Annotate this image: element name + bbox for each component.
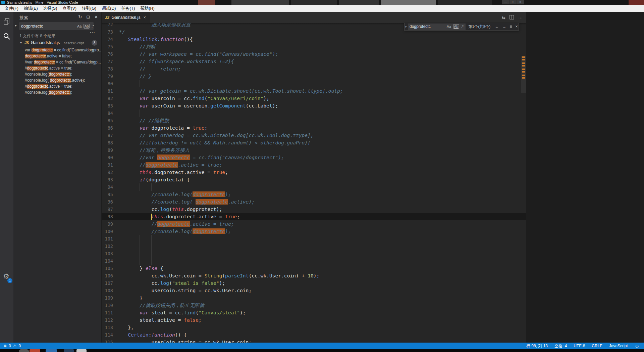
menu-item[interactable]: 编辑(E) xyxy=(21,5,41,12)
collapse-all-icon[interactable]: ⊟ xyxy=(86,14,90,19)
close-button[interactable]: × xyxy=(517,0,524,4)
maximize-button[interactable]: □ xyxy=(509,0,517,4)
find-input[interactable] xyxy=(408,24,447,29)
code-line[interactable]: 92 this.dogprotect.active = true; xyxy=(102,169,526,176)
clear-search-icon[interactable]: ✕ xyxy=(94,14,98,19)
menu-item[interactable]: 任务(T) xyxy=(118,5,138,12)
code-line[interactable]: 94 xyxy=(102,183,526,191)
regex-icon[interactable]: .* xyxy=(92,24,94,28)
refresh-icon[interactable]: ↻ xyxy=(78,14,82,19)
code-line[interactable]: 101 xyxy=(102,235,526,243)
code-line[interactable]: 97 cc.log(this.dogprotect); xyxy=(102,206,526,213)
code-line[interactable]: 114 Certain:function() { xyxy=(102,331,526,339)
code-line[interactable]: 75 //判断 xyxy=(102,43,526,50)
next-match-icon[interactable]: → xyxy=(502,24,506,29)
code-line[interactable]: 81 // var getcoin = cc.wk.Dictable.shove… xyxy=(102,87,526,95)
code-line[interactable]: 89 //写死，待服务器接入 xyxy=(102,146,526,154)
code-line[interactable]: 85 // //随机数 xyxy=(102,117,526,124)
code-line[interactable]: 77 // if(workspace.workstatus !=2){ xyxy=(102,58,526,65)
code-line[interactable]: 96 //console.log( dogprotectc.active); xyxy=(102,198,526,206)
code-line[interactable]: 111 var steal = cc.find("Canvas/steal"); xyxy=(102,309,526,316)
search-result-row[interactable]: dogprotectc.active = false; xyxy=(13,53,101,59)
status-item[interactable]: JavaScript xyxy=(609,344,628,348)
code-line[interactable]: 86 var dogprotecta = true; xyxy=(102,124,526,132)
find-in-selection-icon[interactable]: ≡ xyxy=(509,24,512,29)
split-editor-icon[interactable] xyxy=(509,15,514,20)
code-line[interactable]: 90 //var dogprotectc = cc.find("Canvas/d… xyxy=(102,154,526,161)
warning-icon[interactable]: ⚠ xyxy=(13,344,17,348)
match-case-icon[interactable]: Aa xyxy=(77,24,82,28)
status-item[interactable]: 空格: 4 xyxy=(554,343,567,349)
code-line[interactable]: 103 xyxy=(102,250,526,257)
code-line[interactable]: 79 // } xyxy=(102,73,526,80)
menu-item[interactable]: 查看(V) xyxy=(60,5,79,12)
close-find-icon[interactable]: × xyxy=(515,24,518,29)
tab-close-icon[interactable]: × xyxy=(144,15,146,20)
search-result-row[interactable]: var dogprotectc = cc.find("Canvas/dogpro… xyxy=(13,47,101,53)
status-item[interactable]: UTF-8 xyxy=(574,344,585,348)
more-actions-icon[interactable]: ··· xyxy=(518,15,523,20)
search-result-row[interactable]: //console.log(dogprotectc); xyxy=(13,71,101,77)
code-line[interactable]: 98 this.dogprotect.active = true; xyxy=(102,213,526,220)
code-line[interactable]: 87 // var otherdog = cc.wk.Dictable.dog[… xyxy=(102,132,526,139)
code-line[interactable]: 91 //dogprotectc.active = true; xyxy=(102,161,526,169)
toggle-search-details-icon[interactable]: ··· xyxy=(90,30,95,35)
match-case-icon[interactable]: Aa xyxy=(447,25,451,29)
search-result-row[interactable]: //var dogprotectc = cc.find("Canvas/dogp… xyxy=(13,59,101,65)
code-line[interactable]: 109 } xyxy=(102,294,526,302)
code-line[interactable]: 93 if(dogprotecta) { xyxy=(102,176,526,183)
code-line[interactable]: 106 cc.wk.User.coin = String(parseInt(cc… xyxy=(102,272,526,279)
whole-word-icon[interactable]: Ab xyxy=(84,24,89,29)
code-line[interactable]: 115 userCoin.string = cc.wk.User.coin; xyxy=(102,339,526,343)
search-result-row[interactable]: //console.log( dogprotectc.active); xyxy=(13,77,101,83)
error-icon[interactable]: ⊗ xyxy=(3,344,7,348)
code-line[interactable]: 99 //dogprotectc.active = true; xyxy=(102,220,526,228)
code-line[interactable]: 78 // return; xyxy=(102,65,526,73)
code-line[interactable]: 113 }, xyxy=(102,324,526,331)
menu-item[interactable]: 转到(G) xyxy=(79,5,99,12)
error-count[interactable]: 0 xyxy=(9,344,11,348)
code-line[interactable]: 108 userCoin.string = cc.wk.User.coin; xyxy=(102,287,526,294)
code-line[interactable]: 84 xyxy=(102,109,526,117)
toggle-replace-icon[interactable]: ▸ xyxy=(15,24,17,27)
code-line[interactable]: 104 xyxy=(102,257,526,265)
code-line[interactable]: 74 StealClick:function(){ xyxy=(102,36,526,43)
code-line[interactable]: 105 } else { xyxy=(102,265,526,272)
code-line[interactable]: 95 //console.log(dogprotectc); xyxy=(102,191,526,198)
compare-icon[interactable]: ⇆ xyxy=(502,15,505,20)
search-input[interactable] xyxy=(19,24,77,29)
feedback-smiley-icon[interactable]: ☺ xyxy=(635,343,639,349)
code-editor[interactable]: 72 进入场景偷取设置73 */74 StealClick:function()… xyxy=(102,23,526,343)
search-result-row[interactable]: //dogprotectc.active = true; xyxy=(13,83,101,89)
scrollbar[interactable] xyxy=(521,56,526,93)
code-line[interactable]: 80 xyxy=(102,80,526,87)
search-result-row[interactable]: //dogprotectc.active = true; xyxy=(13,65,101,71)
code-line[interactable]: 112 steal.active = false; xyxy=(102,316,526,324)
menu-item[interactable]: 选择(S) xyxy=(41,5,60,12)
minimize-button[interactable]: — xyxy=(502,0,509,4)
search-icon[interactable] xyxy=(3,32,11,40)
code-line[interactable]: 88 //if(otherdog != null && Math.random(… xyxy=(102,139,526,146)
search-file-row[interactable]: ▾ JS Gainandsteal.js assets\Script 8 xyxy=(13,40,101,46)
whole-word-icon[interactable]: Ab xyxy=(453,24,459,29)
status-item[interactable]: 行 98, 列 13 xyxy=(526,343,548,349)
menu-item[interactable]: 帮助(H) xyxy=(138,5,157,12)
code-line[interactable]: 76 // var workspace = cc.find("Canvas/wo… xyxy=(102,50,526,58)
code-line[interactable]: 102 xyxy=(102,243,526,250)
chevron-down-icon[interactable]: ▾ xyxy=(20,41,22,44)
warning-count[interactable]: 0 xyxy=(19,344,21,348)
menu-item[interactable]: 文件(F) xyxy=(2,5,21,12)
toggle-replace-icon[interactable]: ▸ xyxy=(405,25,408,28)
explorer-icon[interactable] xyxy=(3,17,11,26)
regex-icon[interactable]: .* xyxy=(461,25,464,29)
code-line[interactable]: 83 var userCoin = usercoin.getComponent(… xyxy=(102,102,526,109)
search-result-row[interactable]: //console.log(dogprotectc); xyxy=(13,89,101,95)
code-line[interactable]: 82 var usercoin = cc.find("Canvas/useri/… xyxy=(102,95,526,102)
menu-item[interactable]: 调试(D) xyxy=(99,5,118,12)
previous-match-icon[interactable]: ← xyxy=(495,24,499,29)
code-line[interactable]: 100 //console.log(dogprotectc); xyxy=(102,228,526,235)
code-line[interactable]: 110 //偷取按钮关闭，防止无限偷 xyxy=(102,302,526,309)
code-line[interactable]: 107 cc.log("steal is false"); xyxy=(102,279,526,287)
status-item[interactable]: CRLF xyxy=(592,344,602,348)
tab-gainandsteal[interactable]: JS Gainandsteal.js × xyxy=(102,12,150,23)
